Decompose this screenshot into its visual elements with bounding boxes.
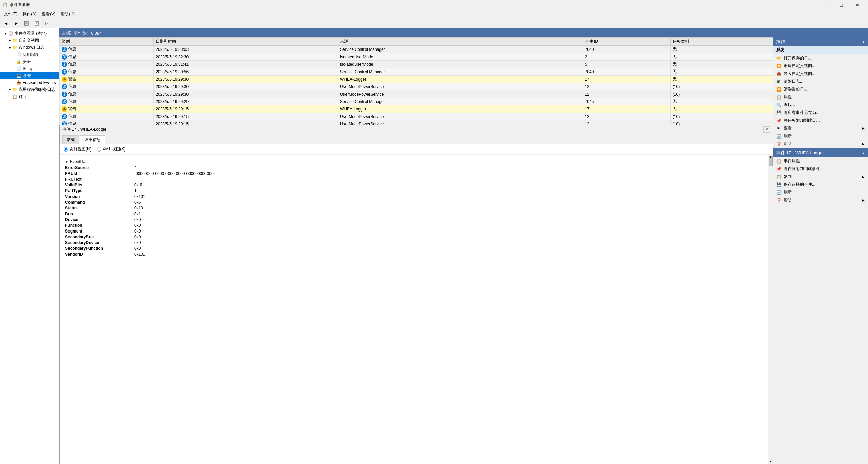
delete-button[interactable] [42, 19, 52, 27]
detail-field-row: ValidBits0xdf [65, 183, 761, 187]
action-label: 属性 [784, 94, 792, 100]
sidebar-item-custom-views[interactable]: ► 📁 自定义视图 [0, 37, 59, 44]
save-button[interactable] [22, 19, 31, 27]
system-action-4[interactable]: 🔽筛选当前日志... [773, 85, 868, 93]
table-row[interactable]: ⓘ信息2023/5/5 19:33:03Service Control Mana… [60, 46, 773, 53]
action-icon: 💾 [776, 182, 782, 187]
event-action-5[interactable]: ❓帮助 ► [773, 196, 868, 204]
sidebar-item-windows-log[interactable]: ▼ 📁 Windows 日志 [0, 44, 59, 51]
sidebar-root-label: 事件查看器 (本地) [15, 31, 47, 36]
detail-scrollbar[interactable]: ▲ ▼ [768, 155, 773, 464]
system-action-3[interactable]: 🗑清除日志... [773, 78, 868, 85]
system-icon: 💻 [16, 73, 22, 79]
level-icon-9: ⓘ [62, 114, 67, 119]
svg-rect-1 [25, 21, 27, 23]
tab-detail[interactable]: 详细信息 [80, 135, 105, 144]
table-row[interactable]: ⓘ信息2023/5/5 19:29:30UserModePowerService… [60, 90, 773, 98]
detail-field-value [134, 177, 761, 182]
system-action-11[interactable]: ❓帮助 ► [773, 140, 868, 148]
action-icon: 🗑 [776, 79, 782, 84]
event-action-3[interactable]: 💾保存选择的事件... [773, 181, 868, 188]
minimize-button[interactable]: ─ [817, 0, 833, 10]
level-icon-5: ⓘ [62, 84, 67, 89]
sidebar-item-security[interactable]: 🔒 安全 [0, 58, 59, 65]
scroll-down-arrow[interactable]: ▼ [769, 460, 772, 463]
detail-field-row: Status0x10 [65, 206, 761, 210]
event-action-0[interactable]: 📋事件属性 [773, 157, 868, 165]
event-list-title: 系统 [62, 30, 71, 36]
table-row[interactable]: ⓘ信息2023/5/5 19:29:29Service Control Mana… [60, 98, 773, 105]
table-row[interactable]: ⚠警告2023/5/5 19:29:15WHEA-Logger17无 [60, 105, 773, 113]
event-action-2[interactable]: 📋复制 ► [773, 173, 868, 181]
col-source[interactable]: 来源 [338, 38, 583, 46]
detail-close-button[interactable]: ✕ [763, 126, 770, 133]
system-action-9[interactable]: 👁查看 ► [773, 124, 868, 132]
col-eventid[interactable]: 事件 ID [583, 38, 670, 46]
system-action-2[interactable]: 📥导入自定义视图... [773, 70, 868, 78]
system-action-10[interactable]: 🔄刷新 [773, 132, 868, 140]
table-row[interactable]: ⓘ信息2023/5/5 19:32:30IsolatedUserMode2无 [60, 53, 773, 61]
system-action-5[interactable]: 📋属性 [773, 93, 868, 101]
detail-field-row: FRUId{00000000-0000-0000-0000-0000000000… [65, 171, 761, 176]
right-panel: 操作 ▲ 系统 📂打开保存的日志...🔽创建自定义视图...📥导入自定义视图..… [773, 37, 868, 464]
sidebar-item-root[interactable]: ▼ 📋 事件查看器 (本地) [0, 30, 59, 37]
detail-field-value: {00000000-0000-0000-0000-000000000000} [134, 171, 761, 176]
system-action-7[interactable]: 💾将所有事件另存为... [773, 109, 868, 117]
system-action-0[interactable]: 📂打开保存的日志... [773, 54, 868, 62]
sidebar-item-setup[interactable]: 📄 Setup [0, 65, 59, 72]
table-row[interactable]: ⓘ信息2023/5/5 19:31:41IsolatedUserMode5无 [60, 61, 773, 68]
table-row[interactable]: ⓘ信息2023/5/5 19:29:15UserModePowerService… [60, 113, 773, 120]
menu-actions[interactable]: 操作(A) [20, 11, 39, 18]
tab-normal[interactable]: 常规 [62, 135, 79, 144]
sidebar-item-app-service-logs[interactable]: ► 📁 应用程序和服务日志 [0, 86, 59, 93]
forward-button[interactable]: ► [12, 19, 21, 27]
col-level[interactable]: 级别 [60, 38, 154, 46]
new-button[interactable] [32, 19, 41, 27]
detail-field-value: 4 [134, 165, 761, 170]
col-task[interactable]: 任务类别 [670, 38, 773, 46]
level-icon-6: ⓘ [62, 92, 67, 97]
sidebar-winlog-label: Windows 日志 [19, 45, 44, 51]
system-action-8[interactable]: 📌将任务附加到此日志... [773, 117, 868, 124]
radio-friendly[interactable]: 友好视图(N) [64, 146, 92, 152]
event-action-4[interactable]: 🔄刷新 [773, 188, 868, 196]
maximize-button[interactable]: □ [833, 0, 849, 10]
detail-field-key: ErrorSource [65, 165, 133, 170]
action-icon: 📌 [776, 166, 782, 172]
actions-expand-btn[interactable]: ▲ [862, 40, 865, 44]
menu-file[interactable]: 文件(F) [1, 11, 20, 18]
sidebar-forwarded-label: Forwarded Events [23, 80, 56, 85]
scroll-up-arrow[interactable]: ▲ [769, 155, 772, 158]
table-row[interactable]: ⓘ信息2023/5/5 19:30:56Service Control Mana… [60, 68, 773, 76]
radio-xml[interactable]: XML 视图(X) [97, 146, 126, 152]
event-section-expand-btn[interactable]: ▲ [862, 151, 865, 155]
table-row[interactable]: ⓘ信息2023/5/5 19:29:30UserModePowerService… [60, 83, 773, 90]
system-action-6[interactable]: 🔍查找... [773, 101, 868, 109]
detail-panel-titlebar: 事件 17，WHEA-Logger ✕ [60, 125, 773, 134]
eventid-cell: 12 [583, 113, 670, 120]
datetime-cell: 2023/5/5 19:30:56 [154, 68, 338, 76]
menu-help[interactable]: 帮助(H) [58, 11, 77, 18]
action-arrow-icon: ► [861, 126, 865, 131]
system-action-1[interactable]: 🔽创建自定义视图... [773, 62, 868, 70]
detail-field-value: 0x0 [134, 217, 761, 222]
eventid-cell: 7040 [583, 68, 670, 76]
sidebar-item-application[interactable]: 📄 应用程序 [0, 51, 59, 58]
event-action-1[interactable]: 📌将任务附加到此事件... [773, 165, 868, 173]
sidebar-item-forwarded[interactable]: 📤 Forwarded Events [0, 79, 59, 86]
table-row[interactable]: ⚠警告2023/5/5 19:29:30WHEA-Logger17无 [60, 76, 773, 83]
action-label: 查找... [784, 102, 795, 108]
menu-view[interactable]: 查看(V) [39, 11, 58, 18]
back-button[interactable]: ◄ [1, 19, 11, 27]
action-icon: 🔽 [776, 87, 782, 92]
close-button[interactable]: ✕ [850, 0, 865, 10]
source-cell: Service Control Manager [338, 68, 583, 76]
sidebar-item-subscriptions[interactable]: 📋 订阅 [0, 93, 59, 100]
detail-field-key: ValidBits [65, 183, 133, 187]
eventid-cell: 2 [583, 53, 670, 61]
toolbar: ◄ ► [0, 18, 868, 28]
action-label: 查看 [784, 125, 792, 131]
col-datetime[interactable]: 日期和时间 [154, 38, 338, 46]
sidebar-item-system[interactable]: 💻 系统 [0, 72, 59, 79]
action-arrow-icon: ► [861, 198, 865, 203]
